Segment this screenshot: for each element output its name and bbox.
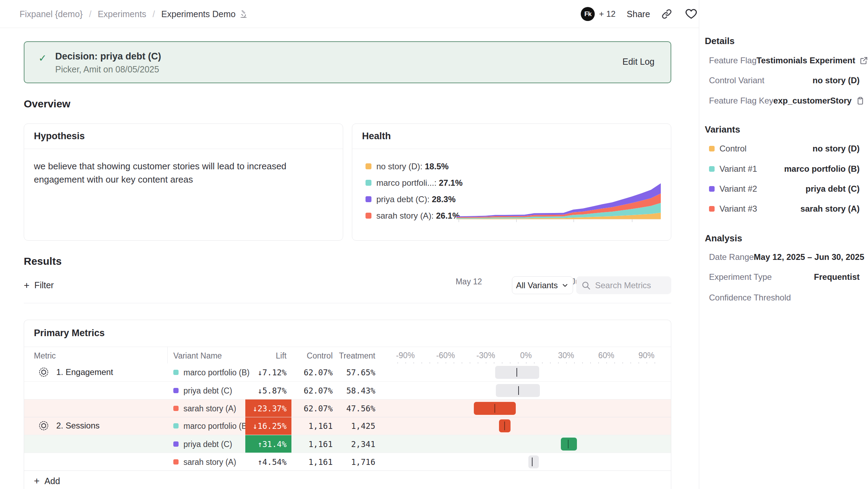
breadcrumb-experiments[interactable]: Experiments (98, 9, 146, 19)
breadcrumb-project[interactable]: Fixpanel {demo} (20, 9, 83, 19)
clipboard-icon[interactable] (856, 96, 865, 105)
treatment-value: 1,425 (334, 417, 375, 435)
table-row[interactable]: marco portfolio (B) ↓16.25% 1,161 1,425 (24, 417, 671, 435)
metric-name[interactable]: 2. Sessions (39, 421, 100, 431)
sidebar-row: Feature FlagTestimonials Experiment (709, 54, 860, 67)
variants-dropdown[interactable]: All Variants (512, 276, 573, 294)
external-link-icon[interactable] (859, 56, 868, 65)
sidebar-row-label: Experiment Type (709, 272, 772, 282)
collaborators[interactable]: Fk + 12 (581, 7, 615, 21)
sidebar-row: Variant #2priya debt (C) (709, 183, 860, 195)
sidebar-row: Date RangeMay 12, 2025 – Jun 30, 2025 (709, 251, 860, 263)
share-button[interactable]: Share (627, 9, 650, 19)
page: Fixpanel {demo} / Experiments / Experime… (0, 0, 868, 489)
axis-tick-label: 30% (558, 351, 574, 360)
search-metrics[interactable] (576, 276, 671, 294)
variant-swatch (709, 166, 715, 172)
microscope-icon (239, 9, 248, 19)
primary-metrics-title: Primary Metrics (34, 328, 105, 339)
health-legend: no story (D): 18.5% marco portfoli...: 2… (366, 158, 463, 224)
variant-swatch (709, 206, 715, 212)
favorite-heart-icon[interactable] (683, 6, 699, 22)
chevron-down-icon (561, 282, 569, 289)
confidence-interval-bar[interactable] (495, 366, 540, 379)
control-value: 62.07% (291, 399, 333, 417)
variants-section-title: Variants (705, 124, 740, 135)
decision-subtitle: Picker, Amit on 08/05/2025 (55, 64, 159, 75)
legend-item[interactable]: no story (D): 18.5% (366, 158, 463, 175)
sidebar-row: Controlno story (D) (709, 142, 860, 155)
sidebar-row-value: May 12, 2025 – Jun 30, 2025 (754, 252, 864, 262)
treatment-value: 58.43% (334, 382, 375, 399)
analysis-section-title: Analysis (705, 233, 742, 244)
lift-mean-line (568, 440, 569, 448)
axis-tick-label: 0% (520, 351, 531, 360)
confidence-interval-bar[interactable] (561, 438, 577, 451)
edit-log-button[interactable]: Edit Log (622, 57, 654, 67)
treatment-value: 1,716 (334, 453, 375, 471)
axis-tick-label: -30% (476, 351, 495, 360)
lift-mean-line (504, 421, 505, 430)
treatment-value: 57.65% (334, 363, 375, 381)
table-row[interactable]: marco portfolio (B) ↓7.12% 62.07% 57.65% (24, 363, 671, 381)
variant-name: marco portfolio (B) (183, 421, 249, 431)
add-label: Add (44, 476, 60, 486)
lift-value: ↑31.4% (245, 435, 291, 453)
control-value: 62.07% (291, 363, 333, 381)
lift-value: ↑4.54% (245, 453, 291, 471)
variants-dropdown-label: All Variants (516, 281, 558, 290)
health-chart (456, 168, 661, 219)
confidence-interval-bar[interactable] (528, 455, 539, 468)
add-metric-button[interactable]: + Add (34, 474, 60, 488)
divider (24, 470, 671, 471)
variant-name: sarah story (A) (183, 458, 236, 467)
control-value: 1,161 (291, 453, 333, 471)
treatment-value: 2,341 (334, 435, 375, 453)
sidebar-row: Variant #1marco portfolio (B) (709, 163, 860, 175)
table-row[interactable]: sarah story (A) ↑4.54% 1,161 1,716 (24, 453, 671, 470)
sidebar-row-label: Feature Flag Key (709, 96, 773, 106)
sidebar-row-label: Variant #3 (719, 204, 757, 214)
lift-value: ↓7.12% (245, 363, 291, 381)
sidebar-row: Variant #3sarah story (A) (709, 203, 860, 215)
avatar[interactable]: Fk (581, 7, 595, 21)
metric-name[interactable]: 1. Engagement (39, 367, 113, 377)
legend-item[interactable]: marco portfoli...: 27.1% (366, 175, 463, 191)
control-value: 1,161 (291, 417, 333, 435)
plus-icon: + (34, 475, 39, 487)
table-row[interactable]: sarah story (A) ↓23.37% 62.07% 47.56% (24, 399, 671, 417)
copy-link-icon[interactable] (659, 6, 674, 22)
health-title: Health (352, 124, 671, 149)
decision-title: Decision: priya debt (C) (55, 51, 161, 62)
overview-heading: Overview (24, 98, 70, 110)
collaborator-count: + 12 (599, 9, 615, 19)
legend-swatch (366, 163, 371, 169)
legend-item[interactable]: priya debt (C): 28.3% (366, 191, 463, 207)
variant-name: sarah story (A) (183, 404, 236, 413)
sidebar-row: Confidence Threshold (709, 291, 860, 304)
decision-check-icon: ✓ (38, 52, 46, 64)
legend-swatch (366, 180, 371, 186)
sidebar-row-value: Frequentist (814, 272, 860, 282)
sidebar-row: Experiment TypeFrequentist (709, 271, 860, 283)
table-row[interactable]: priya debt (C) ↓5.87% 62.07% 58.43% (24, 381, 671, 399)
variant-swatch (709, 146, 715, 151)
breadcrumb-separator: / (153, 9, 155, 19)
breadcrumb-current[interactable]: Experiments Demo (161, 9, 248, 19)
axis-tick-label: -90% (396, 351, 415, 360)
sidebar-row: Control Variantno story (D) (709, 74, 860, 87)
sidebar-row-label: Control Variant (709, 76, 764, 85)
sidebar-row-value: no story (D) (812, 76, 860, 85)
axis-tick-label: 60% (598, 351, 614, 360)
sidebar-row-label: Variant #1 (719, 164, 757, 174)
table-row[interactable]: priya debt (C) ↑31.4% 1,161 2,341 (24, 435, 671, 453)
search-input[interactable] (595, 281, 665, 290)
axis-tick-label: -60% (436, 351, 455, 360)
sidebar-row-label: Control (719, 144, 746, 154)
plus-icon: + (24, 280, 29, 291)
legend-item[interactable]: sarah story (A): 26.1% (366, 207, 463, 224)
health-chart-xaxis: May 12May 26Jun 9Jun 23 (352, 222, 672, 231)
filter-button[interactable]: + Filter (24, 276, 54, 294)
hypothesis-text: we believe that showing customer stories… (24, 149, 343, 186)
legend-label: marco portfoli...: 27.1% (376, 178, 463, 188)
